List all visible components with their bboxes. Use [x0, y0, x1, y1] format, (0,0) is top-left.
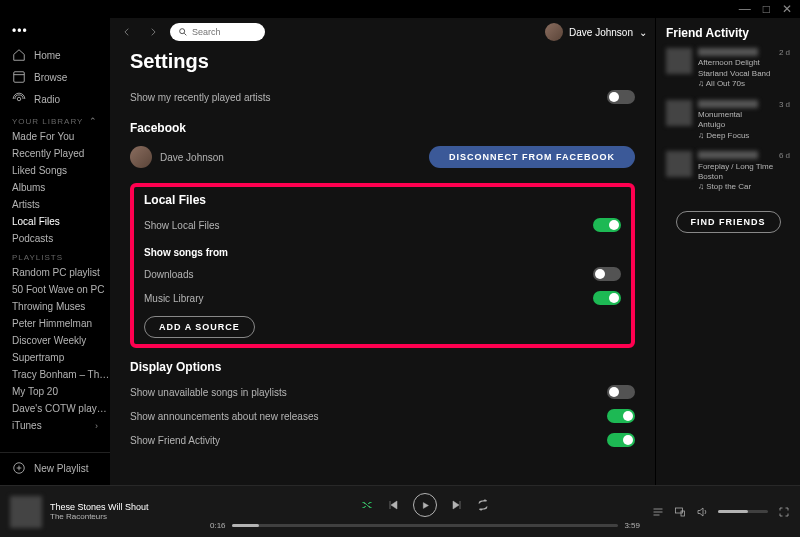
devices-icon[interactable] [674, 506, 686, 518]
setting-label: Music Library [144, 293, 203, 304]
friend-item[interactable]: 6 dForeplay / Long TimeBoston♫ Stop the … [666, 151, 790, 193]
home-icon [12, 48, 26, 62]
queue-icon[interactable] [652, 506, 664, 518]
new-playlist-label: New Playlist [34, 463, 88, 474]
svg-point-1 [17, 97, 21, 101]
nav-home[interactable]: Home [0, 44, 110, 66]
library-item[interactable]: Liked Songs [0, 162, 110, 179]
friend-time: 3 d [779, 100, 790, 110]
window-maximize[interactable]: □ [763, 2, 770, 16]
album-art[interactable] [10, 496, 42, 528]
find-friends-button[interactable]: FIND FRIENDS [676, 211, 781, 233]
topbar: Dave Johnson ⌄ [110, 18, 655, 46]
friend-track: Afternoon Delight [698, 58, 790, 68]
setting-label: Show Local Files [144, 220, 220, 231]
search-box[interactable] [170, 23, 265, 41]
previous-icon[interactable] [387, 499, 399, 511]
main-panel: Dave Johnson ⌄ Settings Show my recently… [110, 18, 655, 485]
library-header: YOUR LIBRARY⌃ [0, 110, 110, 128]
toggle-recently-played[interactable] [607, 90, 635, 104]
add-source-button[interactable]: ADD A SOURCE [144, 316, 255, 338]
friend-name [698, 151, 758, 159]
toggle-announcements[interactable] [607, 409, 635, 423]
shuffle-icon[interactable] [361, 499, 373, 511]
user-avatar[interactable] [545, 23, 563, 41]
plus-circle-icon [12, 461, 26, 475]
toggle-unavailable[interactable] [607, 385, 635, 399]
friend-item[interactable]: 2 dAfternoon DelightStarland Vocal Band♫… [666, 48, 790, 90]
player-bar: These Stones Will Shout The Raconteurs 0… [0, 485, 800, 537]
playlist-item[interactable]: Tracy Bonham – Th… [0, 366, 110, 383]
playlist-item[interactable]: 50 Foot Wave on PC [0, 281, 110, 298]
time-elapsed: 0:16 [210, 521, 226, 530]
next-icon[interactable] [451, 499, 463, 511]
toggle-downloads[interactable] [593, 267, 621, 281]
library-item[interactable]: Albums [0, 179, 110, 196]
menu-dots-icon[interactable]: ••• [12, 24, 28, 38]
nav-label: Home [34, 50, 61, 61]
friend-activity-panel: Friend Activity 2 dAfternoon DelightStar… [655, 18, 800, 485]
nav-browse[interactable]: Browse [0, 66, 110, 88]
radio-icon [12, 92, 26, 106]
volume-bar[interactable] [718, 510, 768, 513]
library-item[interactable]: Artists [0, 196, 110, 213]
music-note-icon: ♫ [698, 79, 704, 88]
friend-track: Monumental [698, 110, 790, 120]
friend-time: 6 d [779, 151, 790, 161]
friend-avatar [666, 151, 692, 177]
friend-item[interactable]: 3 dMonumentalAntuigo♫ Deep Focus [666, 100, 790, 142]
nav-label: Radio [34, 94, 60, 105]
forward-button[interactable] [144, 23, 162, 41]
chevron-up-icon[interactable]: ⌃ [89, 116, 98, 126]
repeat-icon[interactable] [477, 499, 489, 511]
progress-bar[interactable] [232, 524, 619, 527]
search-icon [178, 27, 188, 37]
chevron-down-icon[interactable]: ⌄ [639, 27, 647, 38]
playlist-item[interactable]: Peter Himmelman [0, 315, 110, 332]
back-button[interactable] [118, 23, 136, 41]
now-playing-artist[interactable]: The Raconteurs [50, 512, 149, 521]
playlist-item[interactable]: Supertramp [0, 349, 110, 366]
toggle-music-library[interactable] [593, 291, 621, 305]
fullscreen-icon[interactable] [778, 506, 790, 518]
library-item[interactable]: Made For You [0, 128, 110, 145]
playlist-item[interactable]: iTunes› [0, 417, 110, 434]
svg-rect-4 [676, 508, 683, 513]
toggle-show-local-files[interactable] [593, 218, 621, 232]
volume-icon[interactable] [696, 506, 708, 518]
search-input[interactable] [192, 27, 257, 37]
library-item[interactable]: Local Files [0, 213, 110, 230]
friend-activity-title: Friend Activity [666, 26, 790, 40]
playlist-item[interactable]: My Top 20 [0, 383, 110, 400]
library-item[interactable]: Recently Played [0, 145, 110, 162]
friend-time: 2 d [779, 48, 790, 58]
page-title: Settings [130, 50, 635, 73]
friend-name [698, 100, 758, 108]
friend-avatar [666, 100, 692, 126]
playlist-item[interactable]: Dave's COTW play… [0, 400, 110, 417]
friend-context: ♫ Stop the Car [698, 182, 790, 192]
window-minimize[interactable]: — [739, 2, 751, 16]
new-playlist-button[interactable]: New Playlist [0, 457, 110, 479]
user-name[interactable]: Dave Johnson [569, 27, 633, 38]
playlist-item[interactable]: Discover Weekly [0, 332, 110, 349]
friend-artist: Boston [698, 172, 790, 182]
friend-avatar [666, 48, 692, 74]
playlist-item[interactable]: Throwing Muses [0, 298, 110, 315]
setting-label: Show unavailable songs in playlists [130, 387, 287, 398]
facebook-avatar [130, 146, 152, 168]
now-playing-track[interactable]: These Stones Will Shout [50, 502, 149, 512]
friend-context: ♫ Deep Focus [698, 131, 790, 141]
setting-label: Show Friend Activity [130, 435, 220, 446]
playlist-item[interactable]: Random PC playlist [0, 264, 110, 281]
sidebar: ••• Home Browse Radio YOUR LIBRARY⌃ Made… [0, 18, 110, 485]
toggle-friend-activity[interactable] [607, 433, 635, 447]
disconnect-facebook-button[interactable]: DISCONNECT FROM FACEBOOK [429, 146, 635, 168]
settings-content: Settings Show my recently played artists… [110, 46, 655, 485]
window-close[interactable]: ✕ [782, 2, 792, 16]
play-button[interactable] [413, 493, 437, 517]
setting-label: Downloads [144, 269, 193, 280]
nav-radio[interactable]: Radio [0, 88, 110, 110]
library-item[interactable]: Podcasts [0, 230, 110, 247]
music-note-icon: ♫ [698, 131, 704, 140]
